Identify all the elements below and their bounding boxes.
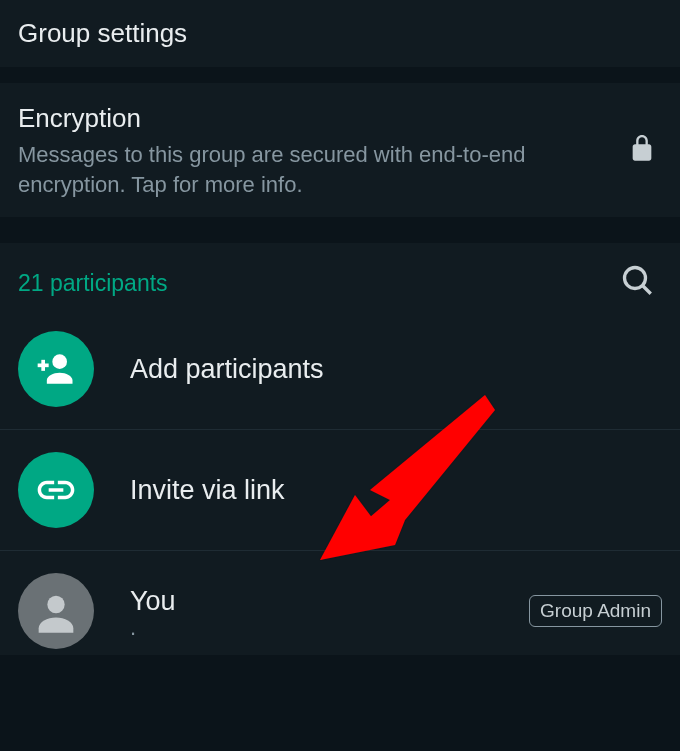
- lock-icon: [628, 131, 662, 171]
- svg-rect-4: [41, 360, 45, 371]
- group-settings-title: Group settings: [18, 18, 662, 49]
- divider-gap: [0, 67, 680, 83]
- invite-via-link-row[interactable]: Invite via link: [0, 430, 680, 551]
- svg-line-1: [643, 286, 651, 294]
- participants-section: 21 participants Add participants Invite …: [0, 243, 680, 655]
- you-row[interactable]: You . Group Admin: [0, 551, 680, 655]
- you-text-block: You .: [130, 586, 493, 637]
- add-person-icon: [18, 331, 94, 407]
- search-icon[interactable]: [620, 263, 662, 303]
- encryption-row[interactable]: Encryption Messages to this group are se…: [0, 83, 680, 217]
- add-participants-row[interactable]: Add participants: [0, 309, 680, 430]
- svg-point-0: [625, 268, 646, 289]
- encryption-title: Encryption: [18, 103, 610, 134]
- participants-count: 21 participants: [18, 270, 168, 297]
- svg-point-5: [47, 596, 64, 613]
- avatar: [18, 573, 94, 649]
- you-status: .: [130, 619, 493, 637]
- you-name: You: [130, 586, 493, 617]
- divider-gap: [0, 217, 680, 243]
- add-participants-label: Add participants: [130, 354, 662, 385]
- encryption-text-block: Encryption Messages to this group are se…: [18, 103, 610, 199]
- admin-badge: Group Admin: [529, 595, 662, 627]
- link-icon: [18, 452, 94, 528]
- participants-header: 21 participants: [0, 263, 680, 309]
- svg-point-2: [52, 355, 67, 370]
- invite-via-link-label: Invite via link: [130, 475, 662, 506]
- group-settings-row[interactable]: Group settings: [0, 0, 680, 67]
- encryption-description: Messages to this group are secured with …: [18, 140, 610, 199]
